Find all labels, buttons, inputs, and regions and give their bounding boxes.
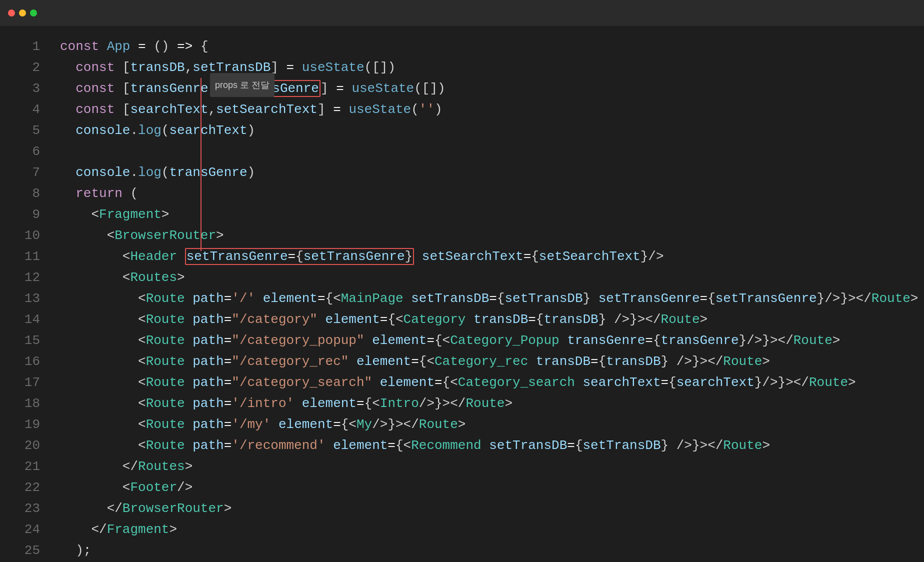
code-line: 11 <Header setTransGenre={setTransGenre}… bbox=[0, 246, 924, 267]
line-content[interactable]: <Route path="/category_popup" element={<… bbox=[60, 330, 909, 351]
line-number: 21 bbox=[15, 456, 40, 477]
line-content[interactable]: <Route path="/category_search" element={… bbox=[60, 372, 909, 393]
code-line: 20 <Route path='/recommend' element={<Re… bbox=[0, 435, 924, 456]
code-line: 5 console.log(searchText) bbox=[0, 120, 924, 141]
code-line: 24 </Fragment> bbox=[0, 519, 924, 540]
line-content[interactable]: </BrowserRouter> bbox=[60, 498, 909, 519]
line-content[interactable]: <Fragment> bbox=[60, 204, 909, 225]
code-line: 16 <Route path="/category_rec" element={… bbox=[0, 351, 924, 372]
line-number: 14 bbox=[15, 309, 40, 330]
code-line: 13 <Route path='/' element={<MainPage se… bbox=[0, 288, 924, 309]
line-content[interactable]: </Routes> bbox=[60, 456, 909, 477]
code-line: 15 <Route path="/category_popup" element… bbox=[0, 330, 924, 351]
line-number: 5 bbox=[15, 120, 40, 141]
code-line: 17 <Route path="/category_search" elemen… bbox=[0, 372, 924, 393]
code-line: 25 ); bbox=[0, 540, 924, 561]
line-number: 15 bbox=[15, 330, 40, 351]
line-content[interactable]: <BrowserRouter> bbox=[60, 225, 909, 246]
line-number: 20 bbox=[15, 435, 40, 456]
line-content[interactable]: <Route path='/recommend' element={<Recom… bbox=[60, 435, 909, 456]
code-line: 18 <Route path='/intro' element={<Intro/… bbox=[0, 393, 924, 414]
line-content[interactable]: console.log(transGenre) bbox=[60, 162, 909, 183]
code-line: 22 <Footer/> bbox=[0, 477, 924, 498]
line-content[interactable]: <Route path='/' element={<MainPage setTr… bbox=[60, 288, 918, 309]
line-content[interactable]: const [transGenre,setTransGenre] = useSt… bbox=[60, 78, 909, 99]
code-line: 1const App = () => { bbox=[0, 36, 924, 57]
line-content[interactable]: <Route path="/category" element={<Catego… bbox=[60, 309, 909, 330]
line-content[interactable]: <Routes> bbox=[60, 267, 909, 288]
line-number: 19 bbox=[15, 414, 40, 435]
line-number: 11 bbox=[15, 246, 40, 267]
code-line: 12 <Routes> bbox=[0, 267, 924, 288]
line-content[interactable]: return ( bbox=[60, 183, 909, 204]
code-line: 14 <Route path="/category" element={<Cat… bbox=[0, 309, 924, 330]
code-line: 4 const [searchText,setSearchText] = use… bbox=[0, 99, 924, 120]
line-number: 13 bbox=[15, 288, 40, 309]
line-content[interactable]: <Route path='/intro' element={<Intro/>}>… bbox=[60, 393, 909, 414]
tooltip: props 로 전달 bbox=[210, 73, 274, 97]
line-content[interactable]: <Footer/> bbox=[60, 477, 909, 498]
line-number: 22 bbox=[15, 477, 40, 498]
line-number: 4 bbox=[15, 99, 40, 120]
line-number: 24 bbox=[15, 519, 40, 540]
line-number: 7 bbox=[15, 162, 40, 183]
traffic-light-green[interactable] bbox=[30, 10, 37, 16]
line-number: 17 bbox=[15, 372, 40, 393]
line-number: 16 bbox=[15, 351, 40, 372]
traffic-light-yellow[interactable] bbox=[19, 10, 26, 16]
line-number: 18 bbox=[15, 393, 40, 414]
line-number: 8 bbox=[15, 183, 40, 204]
title-bar bbox=[0, 0, 924, 26]
line-content[interactable]: <Route path="/category_rec" element={<Ca… bbox=[60, 351, 909, 372]
line-number: 25 bbox=[15, 540, 40, 561]
code-line: 7 console.log(transGenre) bbox=[0, 162, 924, 183]
line-number: 2 bbox=[15, 57, 40, 78]
line-content[interactable]: const [searchText,setSearchText] = useSt… bbox=[60, 99, 909, 120]
line-number: 10 bbox=[15, 225, 40, 246]
code-line: 2 const [transDB,setTransDB] = useState(… bbox=[0, 57, 924, 78]
line-content[interactable]: const App = () => { bbox=[60, 36, 909, 57]
code-line: 19 <Route path='/my' element={<My/>}></R… bbox=[0, 414, 924, 435]
line-content[interactable]: console.log(searchText) bbox=[60, 120, 909, 141]
line-number: 12 bbox=[15, 267, 40, 288]
line-content[interactable]: <Route path='/my' element={<My/>}></Rout… bbox=[60, 414, 909, 435]
traffic-light-red[interactable] bbox=[8, 10, 15, 16]
line-number: 6 bbox=[15, 141, 40, 162]
line-content[interactable]: <Header setTransGenre={setTransGenre} se… bbox=[60, 246, 909, 267]
line-number: 9 bbox=[15, 204, 40, 225]
code-line: 3 const [transGenre,setTransGenre] = use… bbox=[0, 78, 924, 99]
line-number: 1 bbox=[15, 36, 40, 57]
code-line: 9 <Fragment> bbox=[0, 204, 924, 225]
code-editor: props 로 전달 1const App = () => {2 const [… bbox=[0, 26, 924, 562]
code-line: 21 </Routes> bbox=[0, 456, 924, 477]
code-line: 6 bbox=[0, 141, 924, 162]
line-number: 3 bbox=[15, 78, 40, 99]
line-number: 23 bbox=[15, 498, 40, 519]
code-line: 8 return ( bbox=[0, 183, 924, 204]
line-content[interactable]: const [transDB,setTransDB] = useState([]… bbox=[60, 57, 909, 78]
window: props 로 전달 1const App = () => {2 const [… bbox=[0, 0, 924, 562]
code-line: 10 <BrowserRouter> bbox=[0, 225, 924, 246]
line-content[interactable]: ); bbox=[60, 540, 909, 561]
line-content[interactable]: </Fragment> bbox=[60, 519, 909, 540]
code-line: 23 </BrowserRouter> bbox=[0, 498, 924, 519]
